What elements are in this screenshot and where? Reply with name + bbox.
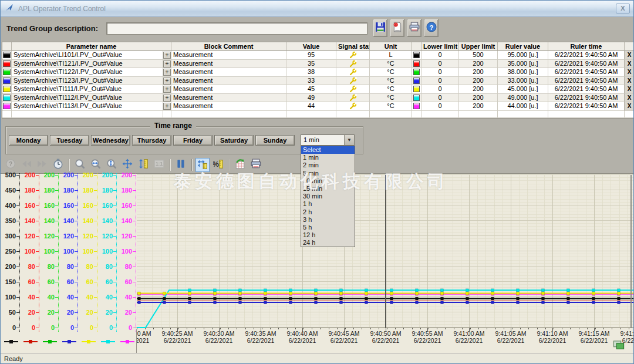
table-header-cell[interactable]: Block Comment (171, 42, 286, 51)
table-header-cell[interactable]: Value (286, 42, 336, 51)
toolbar-separator (191, 159, 192, 171)
table-header-cell[interactable]: Lower limit (421, 42, 459, 51)
block-comment-cell: Measurement (171, 85, 286, 94)
y-axis-tick (36, 205, 39, 206)
table-header-cell[interactable] (625, 42, 634, 51)
pan-button[interactable] (120, 158, 134, 172)
table-header-cell[interactable]: Upper limit (459, 42, 498, 51)
signal-status-cell (336, 94, 370, 103)
y-axis-tick (133, 221, 136, 221)
window-title: APL Operator Trend Control (18, 5, 616, 13)
remove-button[interactable]: X (625, 60, 634, 69)
table-header-cell[interactable]: Ruler time (548, 42, 625, 51)
block-comment-cell: Measurement (171, 60, 286, 69)
dropdown-option[interactable]: 12 h (301, 231, 355, 239)
expand-button[interactable]: + (163, 77, 171, 85)
day-button-wednesday[interactable]: Wednesday (91, 135, 130, 146)
y-axis-tick-label: 40 (99, 294, 113, 301)
remove-button[interactable]: X (625, 85, 634, 94)
y-axis-tick (55, 328, 58, 328)
dropdown-option[interactable]: 2 min (301, 161, 355, 169)
upper-limit-cell: 200 (459, 77, 498, 86)
table-header-cell[interactable] (412, 42, 421, 51)
day-button-thursday[interactable]: Thursday (132, 135, 171, 146)
legend-marker (48, 340, 52, 343)
y-axis-tick-label: 20 (118, 309, 132, 316)
day-button-saturday[interactable]: Saturday (214, 135, 254, 146)
table-header-cell[interactable]: Ruler value (498, 42, 548, 51)
expand-button[interactable]: + (163, 95, 171, 102)
close-button[interactable]: X (616, 4, 630, 14)
export-button[interactable] (390, 19, 404, 37)
y-axis-tick-label: 160 (118, 202, 132, 209)
y-axis-tick-label: 60 (79, 278, 93, 285)
day-button-sunday[interactable]: Sunday (255, 135, 295, 146)
y-axis-tick (113, 236, 116, 237)
expand-button[interactable]: + (163, 52, 171, 59)
y-axis-tick (75, 267, 77, 267)
expand-button[interactable]: + (163, 69, 171, 76)
remove-button[interactable]: X (625, 68, 634, 77)
help-button[interactable]: ? (424, 19, 439, 37)
dropdown-option[interactable]: 1 h (301, 200, 355, 208)
table-header-cell[interactable]: Unit (370, 42, 412, 51)
y-axis-tick-label: 60 (41, 278, 55, 285)
table-header-cell[interactable] (2, 42, 12, 51)
empty-cell (548, 111, 625, 118)
dropdown-option[interactable]: 30 min (301, 193, 355, 200)
trend-group-description-input[interactable] (106, 22, 367, 35)
dropdown-option[interactable]: 5 h (301, 224, 355, 231)
expand-cell: + (163, 68, 171, 77)
day-button-friday[interactable]: Friday (173, 135, 213, 146)
expand-cell: + (163, 77, 171, 86)
day-button-monday[interactable]: Monday (9, 135, 48, 146)
y-axis-tick (36, 312, 39, 313)
watermark-text: 泰安德图自动化科技有限公司 (174, 170, 503, 194)
y-axis-tick (113, 282, 116, 282)
y-axis-tick-label: 80 (21, 263, 35, 270)
expand-button[interactable]: + (163, 86, 171, 93)
y-axis-tick (75, 236, 77, 237)
zoom-horizontal-button[interactable] (89, 158, 103, 172)
dropdown-option[interactable]: 3 h (301, 216, 355, 224)
zoom-area-button[interactable] (73, 158, 87, 172)
dropdown-option[interactable]: 24 h (301, 239, 355, 247)
table-header-cell[interactable]: Signal status (336, 42, 370, 51)
remove-button[interactable]: X (625, 51, 634, 60)
chevron-down-icon[interactable]: ▼ (344, 135, 354, 145)
remove-button[interactable]: X (625, 102, 634, 111)
expand-button[interactable]: + (163, 103, 171, 110)
chart-legend (1, 329, 137, 353)
table-header-cell[interactable]: Parameter name (12, 42, 171, 51)
unit-color-cell (412, 68, 421, 77)
y-axis-tick (113, 175, 116, 176)
dropdown-option[interactable]: Select (301, 146, 355, 154)
time-base-button[interactable] (51, 158, 65, 172)
save-button[interactable] (373, 19, 387, 37)
stretch-vertical-button[interactable] (136, 158, 150, 172)
print-button[interactable] (407, 19, 421, 37)
dropdown-option[interactable]: 1 min (301, 154, 355, 161)
y-axis-tick-label: 40 (21, 294, 35, 301)
time-base-select[interactable]: 1 min ▼ (301, 134, 355, 146)
y-axis-tick-label: 120 (118, 232, 132, 240)
y-axis-tick-label: 350 (2, 217, 16, 224)
y-axis-tick (55, 221, 58, 221)
zoom-vertical-button[interactable] (104, 158, 119, 172)
y-axis-tick-label: 120 (79, 232, 93, 240)
value-cell: 45 (286, 85, 336, 94)
day-button-tuesday[interactable]: Tuesday (50, 135, 89, 146)
title-bar[interactable]: APL Operator Trend Control X (1, 1, 634, 17)
expand-button[interactable]: + (163, 60, 171, 68)
dropdown-option[interactable]: 2 h (301, 208, 355, 216)
y-axis-tick-label: 20 (79, 309, 93, 316)
y-axis-tick (75, 282, 77, 282)
y-axis-tick-label: 40 (41, 294, 55, 301)
remove-button[interactable]: X (625, 94, 634, 103)
unit-color-cell (412, 77, 421, 86)
y-axis-tick (75, 221, 77, 221)
status-text: Ready (4, 355, 23, 362)
y-axis-tick-label: 100 (99, 248, 113, 255)
remove-button[interactable]: X (625, 77, 634, 86)
y-axis-6: 200180160140120100806040200 (118, 173, 136, 332)
